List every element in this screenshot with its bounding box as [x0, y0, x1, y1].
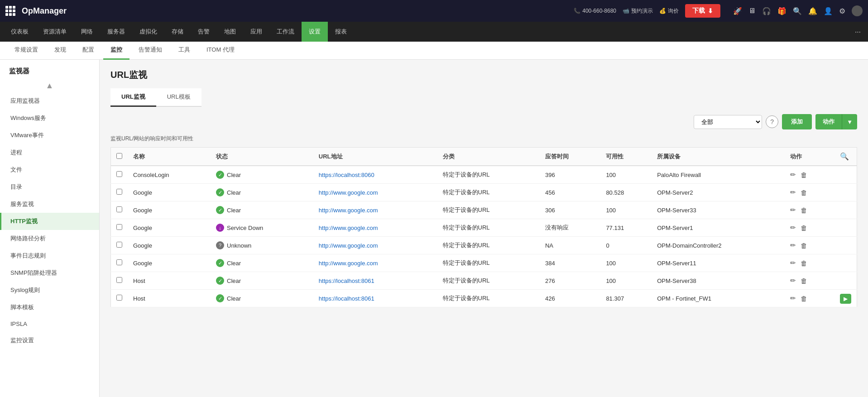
nav-item-storage[interactable]: 存储: [164, 22, 191, 42]
headset-icon[interactable]: 🎧: [762, 7, 771, 15]
cell-url[interactable]: http://www.google.com: [313, 219, 437, 237]
nav-item-workflows[interactable]: 工作流: [269, 22, 302, 42]
edit-icon[interactable]: ✏: [790, 224, 796, 232]
bell-icon[interactable]: 🔔: [808, 7, 817, 15]
sub-item-tools[interactable]: 工具: [171, 42, 197, 60]
delete-icon[interactable]: 🗑: [801, 189, 807, 196]
row-checkbox[interactable]: [116, 171, 122, 177]
status-icon: ✓: [216, 188, 224, 196]
nav-item-servers[interactable]: 服务器: [100, 22, 132, 42]
row-checkbox[interactable]: [116, 277, 122, 283]
sidebar-item-app-monitor[interactable]: 应用监视器: [0, 92, 99, 110]
demo-link[interactable]: 📹 预约演示: [623, 7, 653, 15]
user-icon[interactable]: 👤: [824, 7, 833, 15]
cell-url[interactable]: http://www.google.com: [313, 184, 437, 201]
delete-icon[interactable]: 🗑: [801, 224, 807, 232]
cell-url[interactable]: http://www.google.com: [313, 201, 437, 219]
add-button[interactable]: 添加: [782, 114, 812, 129]
monitor-icon[interactable]: 🖥: [748, 7, 756, 15]
sidebar-item-file[interactable]: 文件: [0, 161, 99, 178]
sidebar-item-vmware-event[interactable]: VMware事件: [0, 127, 99, 144]
row-checkbox[interactable]: [116, 242, 122, 248]
sidebar-item-windows-service[interactable]: Windows服务: [0, 110, 99, 127]
sub-item-discovery[interactable]: 发现: [47, 42, 73, 60]
table-search-icon[interactable]: 🔍: [840, 153, 849, 160]
nav-item-inventory[interactable]: 资源清单: [36, 22, 74, 42]
top-bar-actions: 📞 400-660-8680 📹 预约演示 💰 询价 下载 ⬇ 🚀 🖥 🎧 🎁 …: [574, 4, 863, 18]
cell-url[interactable]: https://localhost:8060: [313, 166, 437, 184]
cell-device: OPM-Server11: [652, 254, 785, 272]
download-button[interactable]: 下载 ⬇: [685, 4, 720, 18]
sidebar-item-syslog[interactable]: Syslog规则: [0, 282, 99, 299]
edit-icon[interactable]: ✏: [790, 206, 796, 214]
delete-icon[interactable]: 🗑: [801, 259, 807, 267]
row-checkbox[interactable]: [116, 206, 122, 212]
filter-select[interactable]: 全部 特定于设备的URL: [694, 115, 762, 129]
table-header-row: 名称 状态 URL地址 分类 应答时间 可用性 所属设备 动作 🔍: [111, 148, 857, 166]
user-avatar[interactable]: [852, 5, 863, 16]
nav-item-apps[interactable]: 应用: [243, 22, 269, 42]
nav-item-dashboard[interactable]: 仪表板: [4, 22, 36, 42]
row-checkbox[interactable]: [116, 189, 122, 195]
nav-item-virtualization[interactable]: 虚拟化: [132, 22, 164, 42]
cell-url[interactable]: https://localhost:8061: [313, 272, 437, 290]
price-link[interactable]: 💰 询价: [659, 7, 679, 15]
edit-icon[interactable]: ✏: [790, 294, 796, 302]
edit-icon[interactable]: ✏: [790, 171, 796, 179]
delete-icon[interactable]: 🗑: [801, 277, 807, 285]
nav-item-alerts[interactable]: 告警: [191, 22, 217, 42]
sidebar-scroll-up[interactable]: ▲: [0, 79, 99, 92]
sidebar-item-directory[interactable]: 目录: [0, 178, 99, 196]
edit-icon[interactable]: ✏: [790, 241, 796, 249]
sub-item-monitor[interactable]: 监控: [103, 42, 129, 60]
nav-more[interactable]: ⋯: [851, 29, 864, 35]
delete-icon[interactable]: 🗑: [801, 206, 807, 214]
row-checkbox[interactable]: [116, 295, 122, 301]
sidebar-item-snmp-trap[interactable]: SNMP陷阱处理器: [0, 264, 99, 282]
sidebar-item-script-template[interactable]: 脚本模板: [0, 299, 99, 316]
cell-url[interactable]: http://www.google.com: [313, 237, 437, 254]
nav-item-settings[interactable]: 设置: [302, 22, 328, 42]
sidebar-item-http-monitor[interactable]: HTTP监视: [0, 213, 99, 230]
sidebar-item-network-path[interactable]: 网络路径分析: [0, 230, 99, 247]
select-all-checkbox[interactable]: [116, 153, 122, 159]
settings-icon[interactable]: ⚙: [839, 7, 845, 15]
action-button[interactable]: 动作: [815, 114, 842, 129]
edit-icon[interactable]: ✏: [790, 188, 796, 196]
action-dropdown-button[interactable]: ▼: [842, 114, 857, 129]
row-action-btn[interactable]: ▶: [840, 294, 851, 304]
cell-url[interactable]: http://www.google.com: [313, 254, 437, 272]
sub-item-config[interactable]: 配置: [75, 42, 101, 60]
tab-url-template[interactable]: URL模板: [156, 88, 201, 107]
row-checkbox[interactable]: [116, 259, 122, 265]
edit-icon[interactable]: ✏: [790, 277, 796, 285]
sub-item-itom-proxy[interactable]: ITOM 代理: [199, 42, 242, 60]
search-icon[interactable]: 🔍: [793, 7, 802, 15]
sidebar-item-service-monitor[interactable]: 服务监视: [0, 196, 99, 213]
row-checkbox[interactable]: [116, 224, 122, 230]
sub-item-alerts-notify[interactable]: 告警通知: [131, 42, 169, 60]
phone-info: 📞 400-660-8680: [574, 8, 616, 14]
sidebar-item-ipsla[interactable]: IPSLA: [0, 316, 99, 332]
top-bar: OpManager 📞 400-660-8680 📹 预约演示 💰 询价 下载 …: [0, 0, 868, 22]
delete-icon[interactable]: 🗑: [801, 171, 807, 179]
delete-icon[interactable]: 🗑: [801, 295, 807, 302]
rocket-icon[interactable]: 🚀: [733, 7, 742, 15]
edit-icon[interactable]: ✏: [790, 259, 796, 267]
table-row: Google ↓ Service Down http://www.google.…: [111, 219, 857, 237]
status-badge: ↓ Service Down: [216, 224, 263, 232]
tab-url-monitor[interactable]: URL监视: [110, 88, 156, 107]
sidebar-item-event-log[interactable]: 事件日志规则: [0, 247, 99, 264]
help-button[interactable]: ?: [766, 115, 778, 128]
sidebar-item-process[interactable]: 进程: [0, 144, 99, 161]
delete-icon[interactable]: 🗑: [801, 242, 807, 249]
sidebar-item-monitor-settings[interactable]: 监控设置: [0, 332, 99, 349]
cell-url[interactable]: https://localhost:8061: [313, 290, 437, 307]
gift-icon[interactable]: 🎁: [777, 7, 786, 15]
phone-icon: 📞: [574, 8, 580, 14]
sub-item-general[interactable]: 常规设置: [7, 42, 45, 60]
nav-item-reports[interactable]: 报表: [328, 22, 354, 42]
nav-item-maps[interactable]: 地图: [217, 22, 243, 42]
nav-item-network[interactable]: 网络: [74, 22, 100, 42]
col-response-time: 应答时间: [540, 148, 600, 166]
